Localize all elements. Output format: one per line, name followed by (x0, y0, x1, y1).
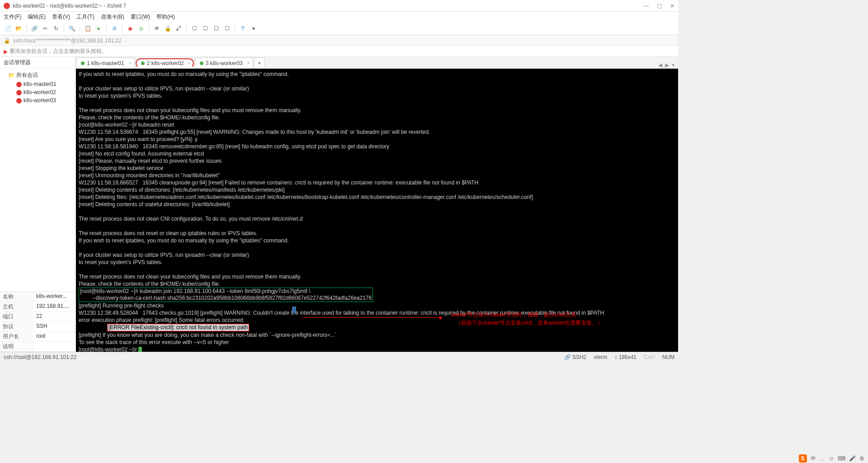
highlight-icon[interactable]: 🖍 (175, 24, 183, 33)
status-ssh: 🔗 SSH2 (564, 354, 587, 360)
error-box: [ERROR FileExisting-crictl]: crictl not … (107, 324, 250, 331)
tab-worker03[interactable]: 3 k8s-worker03× (195, 57, 253, 68)
hintbar: ▶ 要添加当前会话，点击左侧的箭头按钮。 (0, 46, 678, 57)
status-address: ssh://root@192.168.91.101:22 (4, 354, 77, 360)
prop-proto-value: SSH (33, 322, 75, 331)
host-icon (16, 98, 22, 104)
tab-bar: 1 k8s-master01× 2 k8s-worker02× 3 k8s-wo… (76, 57, 678, 69)
status-dot-icon (81, 61, 85, 65)
padlock-icon: 🔒 (4, 38, 10, 44)
connect-icon[interactable]: 🔗 (30, 24, 38, 33)
cursor-icon (138, 347, 142, 352)
join-command-box: [root@k8s-worker02 ~]# kubeadm join 192.… (79, 288, 373, 302)
flag-icon: ▶ (4, 48, 8, 55)
maximize-button[interactable]: ▢ (657, 3, 662, 9)
search-icon[interactable]: 🔍 (68, 24, 76, 33)
prop-user-value: root (33, 332, 75, 341)
session-tree: 所有会话 k8s-master01 k8s-worker02 k8s-worke… (0, 69, 75, 292)
disconnect-icon[interactable]: ✂ (41, 24, 49, 33)
prop-name-value: k8s-worker... (33, 292, 75, 302)
menu-tab[interactable]: 选项卡(B) (101, 13, 124, 21)
menu-edit[interactable]: 编辑(E) (28, 13, 46, 21)
minimize-button[interactable]: — (643, 3, 649, 9)
close-icon[interactable]: × (129, 61, 132, 66)
status-term: xterm (594, 354, 607, 360)
terminal-output: [preflight] If you know what you are doi… (79, 332, 337, 352)
prop-desc-value (33, 342, 75, 351)
hint-text: 要添加当前会话，点击左侧的箭头按钮。 (9, 47, 107, 55)
tab-list-icon[interactable]: ▾ (672, 62, 675, 68)
reconnect-icon[interactable]: ↻ (52, 24, 60, 33)
menu-help[interactable]: 帮助(H) (156, 13, 175, 21)
prop-user-label: 用户名 (0, 332, 33, 341)
selection-icon (292, 307, 296, 313)
tab-master01[interactable]: 1 k8s-master01× (76, 57, 135, 68)
tab-prev-icon[interactable]: ◀ (658, 62, 662, 68)
annotation-text: worker节点加入master节点时，报错，缺少crictl工具。 (451, 311, 582, 318)
status-num: NUM (662, 354, 675, 360)
close-icon[interactable]: × (188, 61, 190, 66)
menubar: 文件(F) 编辑(E) 查看(V) 工具(T) 选项卡(B) 窗口(W) 帮助(… (0, 12, 678, 22)
close-icon[interactable]: × (247, 61, 250, 66)
status-dot-icon (200, 61, 203, 65)
dropdown-icon[interactable]: ▾ (250, 24, 258, 33)
prop-proto-label: 协议 (0, 322, 33, 331)
new-session-icon[interactable]: 📄 (4, 24, 12, 33)
tree-root[interactable]: 所有会话 (0, 71, 75, 80)
prop-port-label: 端口 (0, 312, 33, 321)
addressbar[interactable]: 🔒 ssh://root:****************@192.168.91… (0, 35, 678, 46)
new-tab-button[interactable]: + (254, 57, 265, 68)
properties-panel: 名称k8s-worker... 主机192.168.91.... 端口22 协议… (0, 292, 75, 352)
prop-desc-label: 说明 (0, 342, 33, 351)
layout2-icon[interactable]: ☐ (201, 24, 209, 33)
terminal-output: If you wish to reset iptables, you must … (79, 71, 533, 287)
prop-port-value: 22 (33, 312, 75, 321)
status-caps: CAP (644, 354, 655, 360)
prop-host-label: 主机 (0, 302, 33, 312)
tab-worker02[interactable]: 2 k8s-worker02× (136, 58, 194, 68)
close-button[interactable]: ✕ (670, 3, 675, 9)
tree-item-worker02[interactable]: k8s-worker02 (0, 88, 75, 96)
menu-view[interactable]: 查看(V) (52, 13, 70, 21)
app-logo-icon (4, 3, 10, 9)
open-icon[interactable]: 📂 (14, 24, 23, 33)
status-size: ↕ 186x41 (614, 354, 637, 360)
host-icon (16, 82, 22, 87)
toolbar: 📄 📂 🔗 ✂ ↻ 🔍 📋 ● A ◉ ◎ 👁 🔒 🖍 ☐ ☐ ☐ ☐ ? ▾ (0, 22, 678, 35)
annotation-arrow (302, 317, 442, 318)
paste-icon[interactable]: ● (94, 24, 103, 33)
terminal[interactable]: If you wish to reset iptables, you must … (76, 69, 678, 352)
lock-icon[interactable]: 🔒 (164, 24, 172, 33)
menu-file[interactable]: 文件(F) (4, 13, 21, 21)
tree-item-master01[interactable]: k8s-master01 (0, 80, 75, 88)
prop-name-label: 名称 (0, 292, 33, 302)
tree-item-worker03[interactable]: k8s-worker03 (0, 96, 75, 104)
layout4-icon[interactable]: ☐ (223, 24, 231, 33)
prop-host-value: 192.168.91.... (33, 302, 75, 312)
copy-icon[interactable]: 📋 (84, 24, 92, 33)
annotation-text: （前面只在master节点安装crictl，原来worker也需要安装。） (456, 319, 603, 326)
layout1-icon[interactable]: ☐ (190, 24, 198, 33)
menu-window[interactable]: 窗口(W) (131, 13, 150, 21)
font-icon[interactable]: A (110, 24, 118, 33)
help-icon[interactable]: ? (239, 24, 247, 33)
layout3-icon[interactable]: ☐ (212, 24, 220, 33)
tab-next-icon[interactable]: ▶ (665, 62, 669, 68)
statusbar: ssh://root@192.168.91.101:22 🔗 SSH2 xter… (0, 352, 678, 362)
find-icon[interactable]: 👁 (153, 24, 161, 33)
stop-icon[interactable]: ◎ (137, 24, 145, 33)
menu-tools[interactable]: 工具(T) (76, 13, 94, 21)
record-icon[interactable]: ◉ (126, 24, 134, 33)
sidebar-title: 会话管理器 (0, 57, 75, 69)
window-title: k8s-worker02 - root@k8s-worker02:~ - Xsh… (13, 3, 643, 9)
status-dot-icon (141, 61, 145, 65)
address-text: ssh://root:****************@192.168.91.1… (13, 38, 122, 44)
host-icon (16, 90, 22, 95)
